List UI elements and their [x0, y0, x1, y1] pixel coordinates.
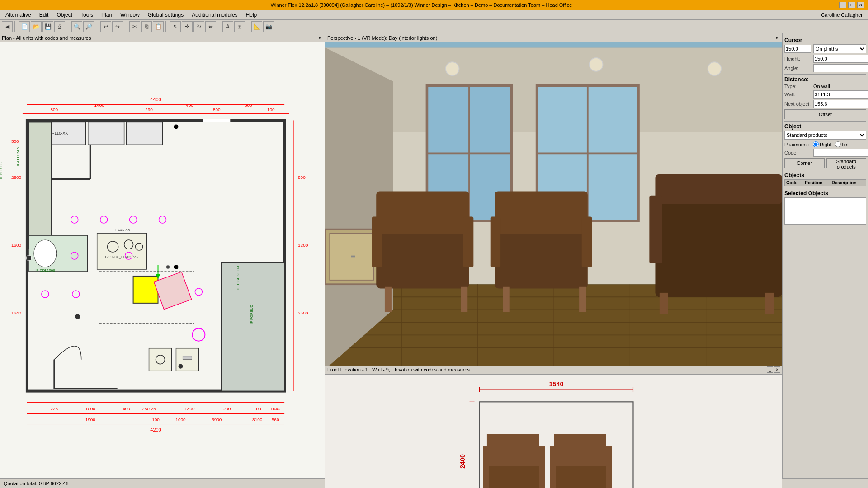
- selected-objects-area: [784, 197, 866, 225]
- elevation-canvas[interactable]: 1540 2400: [326, 375, 782, 488]
- svg-point-76: [166, 265, 170, 269]
- menu-alternative[interactable]: Alternative: [2, 11, 35, 19]
- svg-text:1640: 1640: [11, 310, 22, 315]
- title-bar: Winner Flex 12.2a1.8 [300094] (Gallagher…: [0, 0, 868, 10]
- back-button[interactable]: ◀: [2, 21, 13, 32]
- placement-left-radio[interactable]: [835, 141, 841, 147]
- svg-rect-152: [554, 434, 606, 466]
- next-object-input[interactable]: [813, 100, 868, 108]
- maximize-button[interactable]: □: [848, 2, 855, 8]
- svg-text:3100: 3100: [252, 418, 263, 422]
- svg-point-85: [178, 364, 183, 369]
- copy-button[interactable]: ⎘: [141, 21, 152, 32]
- svg-text:IF-LI LUMIN: IF-LI LUMIN: [16, 146, 20, 166]
- svg-text:2500: 2500: [11, 175, 22, 180]
- paste-button[interactable]: 📋: [153, 21, 164, 32]
- svg-text:1000: 1000: [175, 418, 186, 422]
- placement-left-label[interactable]: Left: [835, 141, 850, 147]
- cursor-height-input[interactable]: [784, 45, 811, 53]
- plan-close-btn[interactable]: ✕: [317, 35, 323, 41]
- svg-rect-81: [149, 348, 172, 371]
- quotation-total: Quotation total: GBP 6622.46: [4, 481, 69, 486]
- svg-rect-126: [579, 287, 586, 312]
- print-button[interactable]: 🖨: [54, 21, 65, 32]
- cut-button[interactable]: ✂: [129, 21, 140, 32]
- menu-window[interactable]: Window: [117, 11, 143, 19]
- elevation-titlebar: Front Elevation - 1 : Wall - 9, Elevatio…: [326, 366, 782, 375]
- new-button[interactable]: 📄: [19, 21, 30, 32]
- svg-text:1400: 1400: [94, 103, 105, 108]
- svg-rect-60: [221, 263, 284, 391]
- svg-point-69: [72, 291, 80, 298]
- svg-text:IF-110-XX: IF-110-XX: [49, 131, 68, 136]
- code-input[interactable]: [813, 149, 868, 157]
- svg-point-68: [42, 291, 49, 298]
- type-label: Type:: [784, 84, 811, 89]
- placement-right-label[interactable]: Right: [813, 141, 831, 147]
- move-button[interactable]: ✛: [182, 21, 193, 32]
- perspective-close-btn[interactable]: ✕: [774, 35, 780, 41]
- svg-text:1040: 1040: [270, 406, 281, 411]
- perspective-canvas[interactable]: [326, 42, 782, 374]
- svg-text:250 25: 250 25: [142, 406, 156, 411]
- svg-rect-156: [606, 446, 612, 488]
- placement-row: Placement: Right Left: [784, 141, 866, 147]
- standard-products-button[interactable]: Standard products: [826, 158, 867, 168]
- plan-minimize-btn[interactable]: _: [310, 35, 316, 41]
- svg-text:4200: 4200: [150, 427, 161, 432]
- rotate-button[interactable]: ↻: [193, 21, 204, 32]
- svg-point-65: [159, 216, 166, 223]
- camera-button[interactable]: 📷: [263, 21, 274, 32]
- zoom-out-button[interactable]: 🔎: [83, 21, 94, 32]
- svg-text:290: 290: [145, 107, 153, 112]
- grid-button[interactable]: #: [222, 21, 233, 32]
- zoom-in-button[interactable]: 🔍: [71, 21, 82, 32]
- svg-rect-133: [765, 293, 774, 314]
- select-button[interactable]: ↖: [170, 21, 181, 32]
- selected-objects-title: Selected Objects: [784, 190, 866, 197]
- close-button[interactable]: ✕: [857, 2, 864, 8]
- cursor-section-title: Cursor: [784, 37, 866, 43]
- offset-button[interactable]: Offset: [784, 109, 866, 119]
- toolbar: ◀ 📄 📂 💾 🖨 🔍 🔎 ↩ ↪ ✂ ⎘ 📋 ↖ ✛ ↻ ⇔ # ⊞ 📐 📷: [0, 20, 868, 33]
- svg-rect-125: [503, 287, 510, 312]
- menu-tools[interactable]: Tools: [77, 11, 97, 19]
- svg-text:IF BOXES: IF BOXES: [0, 162, 3, 179]
- minimize-button[interactable]: –: [839, 2, 846, 8]
- wall-label: Wall:: [784, 92, 811, 97]
- mirror-button[interactable]: ⇔: [205, 21, 216, 32]
- measure-button[interactable]: 📐: [251, 21, 262, 32]
- angle-value-input[interactable]: [813, 64, 868, 72]
- placement-right-radio[interactable]: [813, 141, 819, 147]
- corner-button[interactable]: Corner: [784, 158, 825, 168]
- svg-point-115: [590, 58, 603, 71]
- svg-rect-47: [97, 233, 147, 269]
- svg-point-74: [174, 124, 178, 129]
- save-button[interactable]: 💾: [42, 21, 53, 32]
- open-button[interactable]: 📂: [31, 21, 42, 32]
- redo-button[interactable]: ↪: [112, 21, 123, 32]
- menu-edit[interactable]: Edit: [36, 11, 52, 19]
- svg-rect-42: [88, 122, 124, 145]
- undo-button[interactable]: ↩: [100, 21, 111, 32]
- cursor-mode-dropdown[interactable]: On plinths On floor On ceiling Custom: [813, 44, 866, 53]
- height-value-input[interactable]: [813, 55, 868, 63]
- snap-button[interactable]: ⊞: [234, 21, 245, 32]
- menu-global-settings[interactable]: Global settings: [144, 11, 187, 19]
- plan-title: Plan - All units with codes and measures: [2, 35, 91, 41]
- svg-text:800: 800: [51, 107, 58, 112]
- object-type-dropdown[interactable]: Standard products Custom products: [784, 131, 866, 140]
- plan-canvas[interactable]: 800 1400 290 400 800 500 100 4400 500 25…: [0, 42, 325, 478]
- elevation-minimize-btn[interactable]: _: [767, 366, 773, 373]
- menu-plan[interactable]: Plan: [98, 11, 116, 19]
- menu-additional-modules[interactable]: Additional modules: [188, 11, 241, 19]
- wall-input[interactable]: [813, 90, 868, 99]
- elevation-close-btn[interactable]: ✕: [774, 366, 780, 373]
- menu-object[interactable]: Object: [53, 11, 76, 19]
- menu-help[interactable]: Help: [242, 11, 261, 19]
- svg-rect-117: [376, 225, 469, 288]
- svg-rect-127: [491, 217, 500, 267]
- svg-text:3900: 3900: [212, 418, 222, 422]
- svg-text:900: 900: [298, 175, 306, 180]
- perspective-minimize-btn[interactable]: _: [767, 35, 773, 41]
